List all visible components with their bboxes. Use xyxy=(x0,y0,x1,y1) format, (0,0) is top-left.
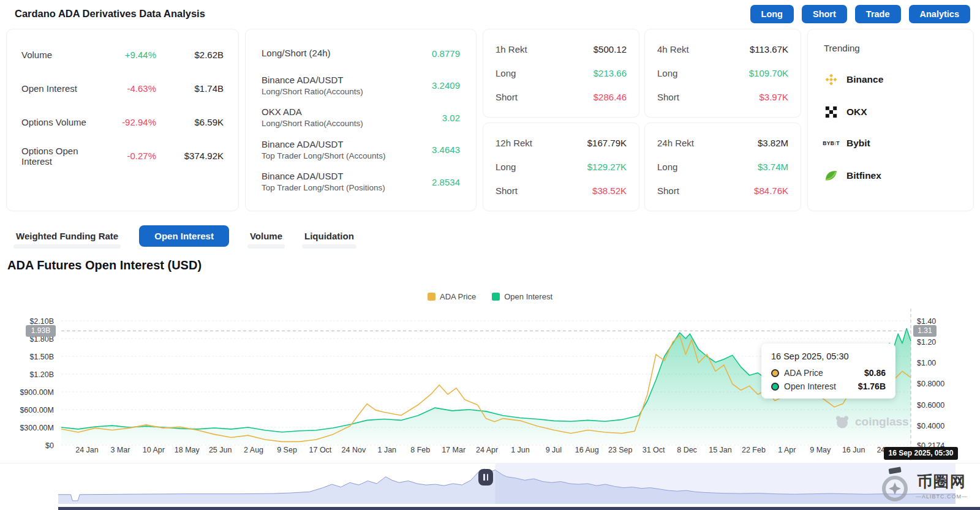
page-title: Cardano ADA Derivatives Data Analysis xyxy=(15,8,205,20)
rekt-short-value: $3.97K xyxy=(759,92,788,102)
x-axis-label: 8 Feb xyxy=(410,446,430,454)
ratio-value: 3.4643 xyxy=(432,144,460,155)
coinglass-watermark-text: coinglass xyxy=(855,415,909,429)
x-axis-label: 15 Jan xyxy=(709,446,732,454)
analytics-button[interactable]: Analytics xyxy=(909,5,970,23)
ratio-value: 3.2409 xyxy=(432,80,460,91)
stat-row-open-interest: Open Interest -4.63% $1.74B xyxy=(21,72,224,105)
ratio-title: Binance ADA/USDT xyxy=(262,138,432,151)
short-button[interactable]: Short xyxy=(802,5,847,23)
tab-liquidation[interactable]: Liquidation xyxy=(303,226,355,246)
trending-item-bitfinex[interactable]: Bitfinex xyxy=(824,168,957,183)
rekt-short-value: $84.76K xyxy=(754,186,788,196)
crosshair-right-badge: 1.31 xyxy=(913,325,937,337)
stat-value: $374.92K xyxy=(156,151,224,161)
stat-label: Options Open Interest xyxy=(21,146,98,167)
tooltip-value: $1.76B xyxy=(858,381,886,391)
trade-button[interactable]: Trade xyxy=(855,5,901,23)
rekt-card-1h: 1h Rekt$500.12 Long$213.66 Short$286.46 xyxy=(483,29,639,118)
long-short-ratios-card: Long/Short (24h) 0.8779 Binance ADA/USDT… xyxy=(245,29,477,211)
ratio-title: OKX ADA xyxy=(262,106,442,118)
stat-value: $2.62B xyxy=(156,50,224,60)
x-axis-label: 16 Aug xyxy=(575,446,599,454)
rekt-period: 4h Rekt xyxy=(657,44,750,54)
x-axis-label: 1 Jun xyxy=(511,446,530,454)
trending-item-label: Bybit xyxy=(846,138,870,149)
x-axis-label: 2 Aug xyxy=(244,446,263,454)
rekt-short-value: $38.52K xyxy=(592,186,627,196)
tooltip-date: 16 Sep 2025, 05:30 xyxy=(771,351,886,361)
ratio-subtitle: Top Trader Long/Short (Accounts) xyxy=(262,151,432,162)
section-title: ADA Futures Open Interest (USD) xyxy=(7,258,202,272)
tooltip-row-open-interest: Open Interest $1.76B xyxy=(771,381,886,391)
x-axis-label: 24 Jan xyxy=(75,446,99,454)
right-axis-label: $1.20 xyxy=(917,338,936,347)
stat-change: -0.27% xyxy=(98,151,156,161)
x-axis-label: 1 Jan xyxy=(377,446,396,454)
rekt-long-value: $129.27K xyxy=(587,162,627,172)
chart-tooltip: 16 Sep 2025, 05:30 ADA Price $0.86 Open … xyxy=(761,343,895,399)
summary-cards: Volume +9.44% $2.62B Open Interest -4.63… xyxy=(6,29,974,211)
trending-item-okx[interactable]: OKX xyxy=(824,106,957,118)
rekt-long-value: $109.70K xyxy=(749,68,788,78)
x-axis-label: 9 Jul xyxy=(546,446,562,454)
x-axis-label: 22 Feb xyxy=(742,446,766,454)
stat-value: $1.74B xyxy=(156,83,224,94)
x-axis-label: 23 Sep xyxy=(608,446,633,454)
rekt-card-24h: 24h Rekt$3.82M Long$3.74M Short$84.76K xyxy=(644,122,801,211)
chart-tabs: Weighted Funding Rate Open Interest Volu… xyxy=(15,224,355,247)
coinglass-watermark: coinglass xyxy=(834,414,909,430)
tooltip-row-ada-price: ADA Price $0.86 xyxy=(771,368,886,378)
navigator-scrollbar[interactable] xyxy=(58,507,980,510)
pause-handle-icon xyxy=(483,474,485,481)
ratio-value: 3.02 xyxy=(442,113,460,123)
tooltip-label: Open Interest xyxy=(784,381,836,391)
rekt-long-value: $3.74M xyxy=(758,162,788,172)
x-axis-label: 9 May xyxy=(810,446,831,454)
ratio-row: Binance ADA/USDT Top Trader Long/Short (… xyxy=(262,134,460,167)
site-watermark: 币圈网 —ALIBTC.COM— xyxy=(878,467,968,504)
tooltip-label: ADA Price xyxy=(784,368,823,378)
rekt-total: $3.82M xyxy=(758,138,788,148)
stat-row-volume: Volume +9.44% $2.62B xyxy=(21,38,224,72)
rekt-card-4h: 4h Rekt$113.67K Long$109.70K Short$3.97K xyxy=(644,29,801,118)
rekt-period: 12h Rekt xyxy=(496,138,587,148)
stat-label: Options Volume xyxy=(21,117,98,127)
x-axis-label: 25 Jun xyxy=(209,446,232,454)
stat-label: Open Interest xyxy=(21,83,98,94)
crosshair-date-badge: 16 Sep 2025, 05:30 xyxy=(884,447,958,460)
right-axis-label: $0.4000 xyxy=(917,422,944,430)
rekt-long-label: Long xyxy=(657,162,758,172)
page: Cardano ADA Derivatives Data Analysis Lo… xyxy=(0,0,980,510)
left-axis-label: $600.00M xyxy=(20,406,54,414)
ratio-value: 2.8534 xyxy=(432,177,460,187)
trending-item-label: OKX xyxy=(846,107,867,118)
left-axis-label: $1.50B xyxy=(29,353,54,361)
right-axis-label: $1.00 xyxy=(917,359,936,367)
crosshair-left-badge: 1.93B xyxy=(26,325,56,337)
rekt-long-label: Long xyxy=(657,68,749,78)
left-axis-label: $1.20B xyxy=(29,370,54,379)
tab-volume[interactable]: Volume xyxy=(249,226,284,246)
site-watermark-cn: 币圈网 xyxy=(917,471,967,492)
rekt-long-value: $213.66 xyxy=(594,68,627,78)
x-axis-label: 18 May xyxy=(175,446,200,454)
rekt-short-label: Short xyxy=(657,92,759,102)
left-axis-label: $900.00M xyxy=(20,388,54,397)
tab-open-interest[interactable]: Open Interest xyxy=(139,225,229,247)
open-interest-dot-icon xyxy=(771,383,779,391)
tab-weighted-funding-rate[interactable]: Weighted Funding Rate xyxy=(15,226,119,246)
trending-item-binance[interactable]: Binance xyxy=(824,73,957,86)
ratio-row: OKX ADA Long/Short Ratio(Accounts) 3.02 xyxy=(262,102,460,134)
right-axis-label: $0.8000 xyxy=(917,380,944,388)
x-axis-label: 31 Oct xyxy=(643,446,665,454)
ratio-row: Long/Short (24h) 0.8779 xyxy=(262,37,460,70)
navigator-handle[interactable] xyxy=(478,469,493,486)
ratio-value: 0.8779 xyxy=(432,48,460,59)
left-axis-label: $300.00M xyxy=(20,424,54,432)
x-axis-label: 3 Mar xyxy=(110,446,130,454)
x-axis-label: 17 Mar xyxy=(442,446,466,454)
trending-item-bybit[interactable]: BYBIT Bybit xyxy=(824,138,957,149)
long-button[interactable]: Long xyxy=(750,5,794,23)
market-stats-card: Volume +9.44% $2.62B Open Interest -4.63… xyxy=(6,29,239,211)
